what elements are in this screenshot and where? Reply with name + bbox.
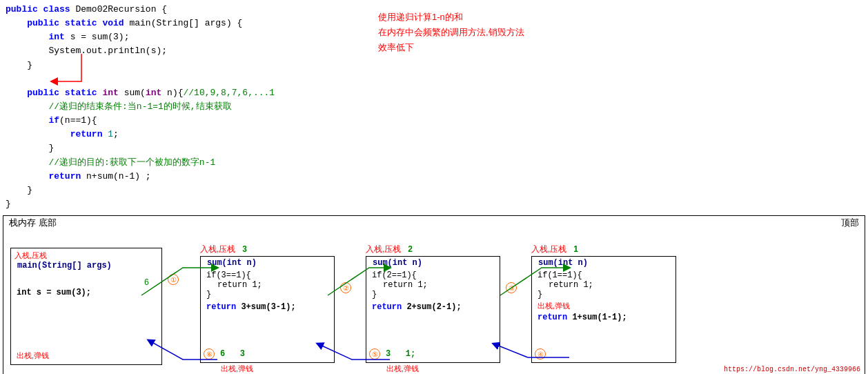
frame3-if: if(2==1){: [372, 270, 494, 280]
frame2-brace: }: [206, 290, 328, 299]
frame2-method: sum(int n): [204, 258, 331, 268]
code-line-13: return n+sum(n-1) ;: [6, 170, 337, 184]
circle-1: ①: [168, 274, 179, 285]
frame3-brace: }: [372, 290, 494, 299]
code-line-3: int s = sum(3);: [6, 30, 337, 44]
frame2: sum(int n) if(3==1){ return 1; } return …: [200, 256, 335, 363]
stack-left-label: 栈内存 底部: [9, 217, 57, 229]
circle-6: ⑥: [204, 348, 215, 360]
code-line-12: //递归的目的:获取下一个被加的数字n-1: [6, 156, 337, 170]
code-line-14: }: [6, 184, 337, 197]
frame3-top-label: 入栈,压栈 2: [366, 244, 413, 255]
code-line-10: return 1;: [6, 128, 337, 141]
frame3-return1: return 1;: [372, 280, 494, 290]
frame1-enter-label: 入栈,压栈: [14, 250, 158, 261]
frame1-exit-label: 出栈,弹钱: [17, 351, 49, 361]
stack-container: 入栈,压栈 main(String[] args) 6 int s = sum(…: [3, 230, 865, 374]
frame2-if: if(3==1){: [206, 270, 328, 280]
frame3-exit-label: 出栈,弹钱: [386, 364, 419, 374]
watermark: https://blog.csdn.net/yng_4339966: [724, 366, 860, 373]
annotation-line-1: 使用递归计算1-n的和: [378, 10, 862, 25]
frame1-return-val: 6: [17, 278, 149, 288]
stack-wrapper: 入栈,压栈 main(String[] args) 6 int s = sum(…: [8, 233, 676, 365]
frame2-return2: return 3+sum(3-1);: [206, 302, 328, 312]
circle-2: ②: [340, 282, 351, 293]
top-section: public class Demo02Recursion { public st…: [0, 0, 868, 214]
frame3-method: sum(int n): [370, 258, 496, 268]
frame3: sum(int n) if(2==1){ return 1; } return …: [366, 256, 500, 363]
stack-right-label: 顶部: [841, 217, 859, 229]
red-arrow-svg: [47, 50, 130, 92]
frame4-method: sum(int n): [535, 258, 672, 268]
bottom-section: 栈内存 底部 顶部: [3, 215, 865, 374]
frame2-top-label: 入栈,压栈 3: [200, 244, 247, 255]
frame4-return1: return 1;: [537, 280, 670, 290]
code-line-15: }: [6, 197, 337, 211]
frame4-exit: 出栈,弹钱: [537, 301, 670, 311]
code-area: public class Demo02Recursion { public st…: [6, 3, 337, 211]
frame1: 入栈,压栈 main(String[] args) 6 int s = sum(…: [10, 248, 162, 365]
frame2-return1: return 1;: [206, 280, 328, 290]
code-line-2: public static void main(String[] args) {: [6, 17, 337, 30]
annotation-line-3: 效率低下: [378, 40, 862, 55]
circle-4: ④: [535, 348, 546, 360]
stack-header: 栈内存 底部 顶部: [3, 216, 865, 230]
frame3-ret-vals: 3 1;: [386, 349, 415, 359]
code-line-1: public class Demo02Recursion {: [6, 3, 337, 17]
code-line-11: }: [6, 141, 337, 155]
frame2-exit-label: 出栈,弹钱: [221, 364, 253, 374]
frame4-return2: return 1+sum(1-1);: [537, 313, 670, 322]
code-line-8: //递归的结束条件:当n-1=1的时候,结束获取: [6, 100, 337, 114]
circle-5: ⑤: [369, 348, 380, 360]
annotation-line-2: 在内存中会频繁的调用方法,销毁方法: [378, 25, 862, 40]
frame4: sum(int n) if(1==1){ return 1; } 出栈,弹钱 r…: [531, 256, 676, 363]
frame2-ret-vals: 6 3: [220, 349, 245, 359]
circle-3: ③: [506, 282, 517, 293]
frame4-if: if(1==1){: [537, 270, 670, 280]
frame4-brace: }: [537, 290, 670, 299]
frame1-method: main(String[] args): [14, 261, 158, 270]
frame4-top-label: 入栈,压栈 1: [531, 244, 578, 255]
frame3-return2: return 2+sum(2-1);: [372, 302, 494, 312]
code-line-9: if(n==1){: [6, 114, 337, 128]
frame1-content: int s = sum(3);: [17, 288, 156, 297]
annotation-area: 使用递归计算1-n的和 在内存中会频繁的调用方法,销毁方法 效率低下: [337, 3, 862, 211]
